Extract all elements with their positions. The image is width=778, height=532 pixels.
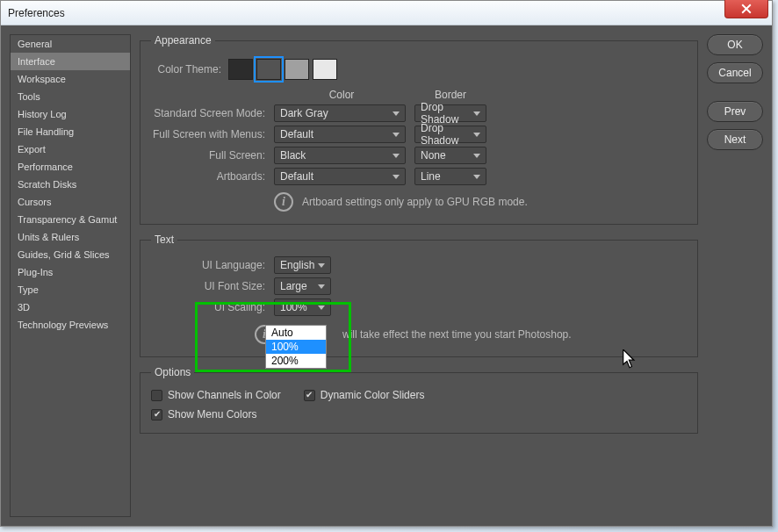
ok-button[interactable]: OK [707,34,763,55]
sidebar-item-cursors[interactable]: Cursors [11,193,130,211]
text-legend: Text [151,234,177,246]
dialog-body: General Interface Workspace Tools Histor… [1,25,772,526]
full-screen-menus-border-select[interactable]: Drop Shadow [414,126,486,143]
cancel-button[interactable]: Cancel [707,62,763,83]
sidebar-item-units-rulers[interactable]: Units & Rulers [11,228,130,246]
show-menu-colors-checkbox[interactable] [151,409,162,421]
ui-scaling-dropdown[interactable]: Auto 100% 200% [265,325,327,369]
appearance-legend: Appearance [151,34,215,47]
show-channels-label: Show Channels in Color [168,389,281,401]
sidebar-item-guides-grid-slices[interactable]: Guides, Grid & Slices [11,246,130,263]
right-button-column: OK Cancel Prev Next [707,34,763,517]
standard-screen-mode-border-select[interactable]: Drop Shadow [414,104,486,122]
ui-scaling-option-100[interactable]: 100% [266,340,326,354]
ui-scaling-label: UI Scaling: [151,301,265,313]
border-column-header: Border [411,89,490,101]
sidebar: General Interface Workspace Tools Histor… [10,34,131,517]
titlebar: Preferences [1,1,772,25]
artboards-label: Artboards: [151,170,265,183]
standard-screen-mode-color-select[interactable]: Dark Gray [274,104,406,122]
sidebar-item-export[interactable]: Export [11,140,130,158]
ui-language-label: UI Language: [151,259,265,271]
sidebar-item-workspace[interactable]: Workspace [11,70,130,88]
full-screen-menus-label: Full Screen with Menus: [151,128,265,140]
ui-scaling-select[interactable]: 100% [274,298,331,316]
main-panel: Appearance Color Theme: Color Border [140,34,698,517]
artboards-border-select[interactable]: Line [414,168,486,185]
sidebar-item-interface[interactable]: Interface [11,53,130,70]
preferences-window: Preferences General Interface Workspace … [0,0,773,527]
sidebar-item-tools[interactable]: Tools [11,88,130,105]
swatch-lightest[interactable] [313,59,337,80]
artboards-color-select[interactable]: Default [274,168,406,185]
restart-info-text: will take effect the next time you start… [342,328,572,341]
sidebar-item-file-handling[interactable]: File Handling [11,123,130,140]
full-screen-color-select[interactable]: Black [274,147,406,164]
options-group: Options Show Channels in Color Dynamic C… [140,366,698,434]
full-screen-label: Full Screen: [151,149,265,162]
show-channels-checkbox[interactable] [151,390,162,401]
dynamic-sliders-checkbox[interactable] [304,390,315,401]
standard-screen-mode-label: Standard Screen Mode: [151,107,265,119]
ui-scaling-option-auto[interactable]: Auto [266,326,326,340]
color-theme-label: Color Theme: [151,63,221,75]
sidebar-item-history-log[interactable]: History Log [11,105,130,123]
ui-scaling-option-200[interactable]: 200% [266,354,326,368]
ui-font-size-label: UI Font Size: [151,280,265,292]
full-screen-menus-color-select[interactable]: Default [274,126,406,143]
prev-button[interactable]: Prev [707,101,763,122]
info-icon: i [274,192,293,212]
dynamic-sliders-label: Dynamic Color Sliders [321,389,425,401]
artboard-info-text: Artboard settings only apply to GPU RGB … [302,196,528,208]
color-theme-swatches [228,59,337,80]
window-title: Preferences [8,7,65,19]
close-button[interactable] [724,0,768,18]
sidebar-item-scratch-disks[interactable]: Scratch Disks [11,176,130,193]
sidebar-item-technology-previews[interactable]: Technology Previews [11,316,130,334]
text-group: Text UI Language: English UI Font Size: … [140,234,698,357]
swatch-dark[interactable] [256,59,281,80]
swatch-darkest[interactable] [228,59,253,80]
sidebar-item-type[interactable]: Type [11,281,130,298]
sidebar-item-performance[interactable]: Performance [11,158,130,176]
full-screen-border-select[interactable]: None [414,147,486,164]
show-menu-colors-label: Show Menu Colors [168,408,256,421]
options-legend: Options [151,366,194,378]
swatch-light[interactable] [285,59,309,80]
sidebar-item-general[interactable]: General [11,35,130,53]
sidebar-item-plug-ins[interactable]: Plug-Ins [11,263,130,281]
sidebar-item-transparency-gamut[interactable]: Transparency & Gamut [11,211,130,228]
appearance-group: Appearance Color Theme: Color Border [140,34,698,225]
color-column-header: Color [272,89,411,101]
ui-language-select[interactable]: English [274,256,331,274]
ui-font-size-select[interactable]: Large [274,277,331,295]
sidebar-item-3d[interactable]: 3D [11,298,130,316]
close-icon [741,4,752,14]
next-button[interactable]: Next [707,129,763,150]
